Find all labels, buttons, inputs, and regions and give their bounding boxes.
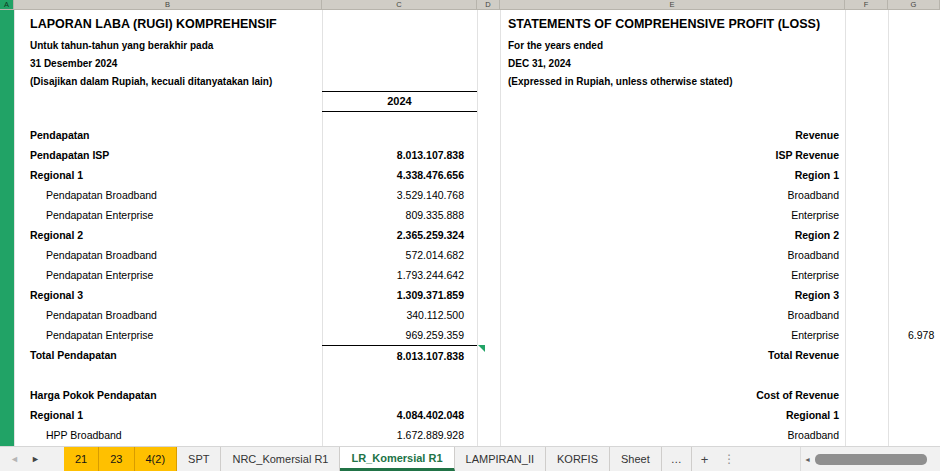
cell-english-label[interactable]: Revenue <box>500 125 845 145</box>
sheet-tab-nrc_komersial-r1[interactable]: NRC_Komersial R1 <box>221 447 340 471</box>
column-header-c[interactable]: C <box>322 0 477 10</box>
sheet-row: Regional 22.365.259.324Region 2 <box>0 225 940 245</box>
cell-indonesian-label[interactable]: Harga Pokok Pendapatan <box>14 385 322 405</box>
sheet-tab-sheet[interactable]: Sheet <box>610 447 662 471</box>
sheet-row: Pendapatan Broadband3.529.140.768Broadba… <box>0 185 940 205</box>
year-header-cell[interactable]: 2024 <box>322 91 477 112</box>
column-header-g[interactable]: G <box>888 0 940 10</box>
spreadsheet-window: ABCDEFG LAPORAN LABA (RUGI) KOMPREHENSIF… <box>0 0 940 471</box>
cell-indonesian-label[interactable]: Regional 1 <box>14 165 322 185</box>
horizontal-scrollbar[interactable]: ◄ <box>800 447 940 471</box>
sheet-row: Regional 14.338.476.656Region 1 <box>0 165 940 185</box>
cell-amount[interactable] <box>322 125 477 145</box>
sheet-nav: ◄ ► <box>0 447 64 471</box>
cell-indonesian-label[interactable]: Pendapatan ISP <box>14 145 322 165</box>
column-header-b[interactable]: B <box>14 0 322 10</box>
cell-indonesian-label[interactable]: Pendapatan <box>14 125 322 145</box>
sheet-row: Total Pendapatan8.013.107.838Total Reven… <box>0 345 940 365</box>
sheet-row: Regional 31.309.371.859Region 3 <box>0 285 940 305</box>
cell-english-label[interactable]: Enterprise <box>500 265 845 285</box>
column-header-row: ABCDEFG <box>0 0 940 10</box>
cell-amount[interactable]: 1.672.889.928 <box>322 425 477 445</box>
cell-english-label[interactable]: Total Revenue <box>500 345 845 365</box>
sheet-nav-left-icon[interactable]: ◄ <box>10 454 19 464</box>
column-header-e[interactable]: E <box>500 0 845 10</box>
sheet-tab-4-2-[interactable]: 4(2) <box>135 447 178 471</box>
tab-overflow-button[interactable]: … <box>662 447 692 471</box>
cell-indonesian-label[interactable]: Pendapatan Enterprise <box>14 265 322 285</box>
cell-indonesian-label[interactable]: Pendapatan Enterprise <box>14 205 322 225</box>
cell-indonesian-label[interactable]: Pendapatan Enterprise <box>14 325 322 345</box>
cell-indonesian-label[interactable]: Regional 1 <box>14 405 322 425</box>
cell-amount[interactable]: 1.309.371.859 <box>322 285 477 305</box>
cell-english-label[interactable]: Broadband <box>500 425 845 445</box>
sheet-nav-right-icon[interactable]: ► <box>31 454 40 464</box>
cell-english-label[interactable]: Enterprise <box>500 205 845 225</box>
sheet-row: Pendapatan Enterprise1.793.244.642Enterp… <box>0 265 940 285</box>
sheet-tab-korfis[interactable]: KORFIS <box>546 447 610 471</box>
sheet-row: Regional 14.084.402.048Regional 1 <box>0 405 940 425</box>
cell-english-label[interactable]: ISP Revenue <box>500 145 845 165</box>
cell-indonesian-label[interactable]: Pendapatan Broadband <box>14 185 322 205</box>
cell-english-label[interactable]: Broadband <box>500 305 845 325</box>
column-header-d[interactable]: D <box>477 0 500 10</box>
report-title-en[interactable]: STATEMENTS OF COMPREHENSIVE PROFIT (LOSS… <box>508 10 820 37</box>
cell-flag-icon <box>478 345 485 352</box>
cell-amount[interactable]: 572.014.682 <box>322 245 477 265</box>
cell-amount[interactable]: 4.084.402.048 <box>322 405 477 425</box>
cell-indonesian-label[interactable]: HPP Broadband <box>14 425 322 445</box>
cell-english-label[interactable]: Broadband <box>500 245 845 265</box>
cell-overflow-amount[interactable]: 6.978 <box>888 325 940 345</box>
scroll-left-icon[interactable]: ◄ <box>801 456 814 463</box>
report-subtitle-currency-en[interactable]: (Expressed in Rupiah, unless otherwise s… <box>508 73 733 91</box>
scrollbar-thumb[interactable] <box>815 454 927 465</box>
cell-english-label[interactable]: Regional 1 <box>500 405 845 425</box>
cell-amount[interactable]: 8.013.107.838 <box>322 145 477 165</box>
sheet-row: Pendapatan Enterprise969.259.359Enterpri… <box>0 325 940 345</box>
cell-english-label[interactable]: Region 3 <box>500 285 845 305</box>
sheet-row: Pendapatan Enterprise809.335.888Enterpri… <box>0 205 940 225</box>
report-subtitle-date-en[interactable]: DEC 31, 2024 <box>508 55 571 73</box>
cell-english-label[interactable]: Enterprise <box>500 325 845 345</box>
cell-english-label[interactable]: Broadband <box>500 185 845 205</box>
sheet-row: Harga Pokok PendapatanCost of Revenue <box>0 385 940 405</box>
sheet-row: Pendapatan Broadband340.112.500Broadband <box>0 305 940 325</box>
sheet-tab-23[interactable]: 23 <box>99 447 134 471</box>
cell-indonesian-label[interactable]: Pendapatan Broadband <box>14 245 322 265</box>
report-subtitle-date-id[interactable]: 31 Desember 2024 <box>30 55 117 73</box>
cell-amount[interactable] <box>322 385 477 405</box>
cell-english-label[interactable]: Region 1 <box>500 165 845 185</box>
cell-amount[interactable]: 340.112.500 <box>322 305 477 325</box>
column-header-f[interactable]: F <box>845 0 888 10</box>
sheet-row: PendapatanRevenue <box>0 125 940 145</box>
report-subtitle-period-id[interactable]: Untuk tahun-tahun yang berakhir pada <box>30 37 213 55</box>
sheet-tab-lr_komersial-r1[interactable]: LR_Komersial R1 <box>340 447 454 471</box>
cell-indonesian-label[interactable]: Pendapatan Broadband <box>14 305 322 325</box>
sheet-rows: PendapatanRevenuePendapatan ISP8.013.107… <box>0 125 940 445</box>
report-title-id[interactable]: LAPORAN LABA (RUGI) KOMPREHENSIF <box>30 10 277 37</box>
cell-english-label[interactable]: Cost of Revenue <box>500 385 845 405</box>
cell-indonesian-label[interactable]: Regional 3 <box>14 285 322 305</box>
cell-indonesian-label[interactable]: Total Pendapatan <box>14 345 322 365</box>
cell-amount[interactable]: 4.338.476.656 <box>322 165 477 185</box>
cell-amount[interactable]: 2.365.259.324 <box>322 225 477 245</box>
report-subtitle-currency-id[interactable]: (Disajikan dalam Rupiah, kecuali ditanya… <box>30 73 272 91</box>
sheet-row: HPP Broadband1.672.889.928Broadband <box>0 425 940 445</box>
sheet-tabs: 21234(2)SPTNRC_Komersial R1LR_Komersial … <box>64 447 662 471</box>
report-subtitle-period-en[interactable]: For the years ended <box>508 37 603 55</box>
cell-amount[interactable]: 8.013.107.838 <box>322 345 477 365</box>
cell-amount[interactable]: 1.793.244.642 <box>322 265 477 285</box>
cell-english-label[interactable]: Region 2 <box>500 225 845 245</box>
cell-indonesian-label[interactable]: Regional 2 <box>14 225 322 245</box>
tab-bar: ◄ ► 21234(2)SPTNRC_Komersial R1LR_Komers… <box>0 446 940 471</box>
cell-amount[interactable]: 969.259.359 <box>322 325 477 345</box>
sheet-tab-spt[interactable]: SPT <box>177 447 221 471</box>
sheet-tab-21[interactable]: 21 <box>64 447 99 471</box>
cell-amount[interactable]: 3.529.140.768 <box>322 185 477 205</box>
tabbar-splitter[interactable]: ⋮ <box>717 447 741 471</box>
column-header-a[interactable]: A <box>0 0 14 10</box>
sheet-tab-lampiran_ii[interactable]: LAMPIRAN_II <box>455 447 546 471</box>
add-sheet-button[interactable]: + <box>692 447 718 471</box>
cell-amount[interactable]: 809.335.888 <box>322 205 477 225</box>
sheet-row: Pendapatan Broadband572.014.682Broadband <box>0 245 940 265</box>
